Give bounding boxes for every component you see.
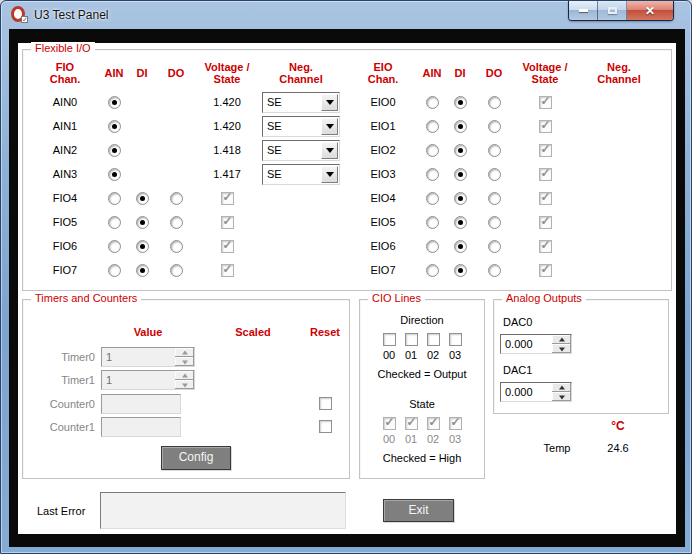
di-radio[interactable]: [454, 168, 467, 181]
ain-radio[interactable]: [108, 264, 121, 277]
io-row-label: AIN2: [53, 144, 77, 156]
di-radio[interactable]: [454, 144, 467, 157]
di-radio[interactable]: [454, 264, 467, 277]
io-column-header: Voltage / State: [522, 61, 567, 85]
di-radio[interactable]: [454, 240, 467, 253]
io-row-label: EIO6: [370, 240, 395, 252]
io-column-header: DO: [168, 67, 185, 79]
ain-radio[interactable]: [108, 192, 121, 205]
minimize-button[interactable]: [569, 1, 598, 20]
neg-channel-select[interactable]: SE: [262, 164, 340, 185]
do-radio[interactable]: [488, 120, 501, 133]
minimize-icon: [579, 9, 588, 12]
di-radio[interactable]: [136, 216, 149, 229]
voltage-value: 1.420: [213, 120, 241, 132]
config-button[interactable]: Config: [161, 446, 231, 470]
io-column-header: FIO Chan.: [50, 61, 81, 85]
io-row-label: FIO7: [53, 264, 77, 276]
do-radio[interactable]: [488, 216, 501, 229]
do-radio[interactable]: [170, 264, 183, 277]
do-radio[interactable]: [488, 144, 501, 157]
neg-channel-value: SE: [263, 168, 321, 180]
ain-radio[interactable]: [426, 96, 439, 109]
dropdown-arrow-icon[interactable]: [321, 94, 338, 111]
do-radio[interactable]: [488, 96, 501, 109]
timer-counter-row: Counter0: [23, 394, 349, 414]
cio-state-checkbox: [383, 417, 396, 430]
ain-radio[interactable]: [426, 168, 439, 181]
app-window: ✓ U3 Test Panel ✕ Flexible I/O FIO Chan.…: [0, 0, 692, 554]
ain-radio[interactable]: [108, 96, 121, 109]
di-radio[interactable]: [136, 192, 149, 205]
cio-direction-checkbox[interactable]: [405, 333, 418, 346]
do-radio[interactable]: [488, 240, 501, 253]
dac0-spinner[interactable]: 0.000: [500, 334, 572, 354]
ain-radio[interactable]: [426, 216, 439, 229]
ain-radio[interactable]: [426, 264, 439, 277]
do-radio[interactable]: [170, 216, 183, 229]
do-radio[interactable]: [170, 240, 183, 253]
spin-down-icon[interactable]: [552, 344, 571, 353]
cio-state-note: Checked = High: [360, 452, 484, 464]
title-bar[interactable]: ✓ U3 Test Panel ✕: [1, 1, 691, 29]
di-radio[interactable]: [454, 192, 467, 205]
ain-radio[interactable]: [108, 120, 121, 133]
counter-value-box: [101, 394, 181, 414]
ain-radio[interactable]: [108, 144, 121, 157]
do-radio[interactable]: [488, 168, 501, 181]
ain-radio[interactable]: [426, 192, 439, 205]
state-checkbox: [539, 96, 552, 109]
ain-radio[interactable]: [426, 144, 439, 157]
do-radio[interactable]: [170, 192, 183, 205]
state-checkbox: [539, 192, 552, 205]
voltage-value: 1.417: [213, 168, 241, 180]
neg-channel-value: SE: [263, 120, 321, 132]
io-column-header: DI: [137, 67, 148, 79]
neg-channel-select[interactable]: SE: [262, 116, 340, 137]
dropdown-arrow-icon[interactable]: [321, 118, 338, 135]
io-row-label: EIO1: [370, 120, 395, 132]
io-column-header: EIO Chan.: [368, 61, 399, 85]
di-radio[interactable]: [136, 264, 149, 277]
window-title: U3 Test Panel: [34, 8, 109, 22]
cio-direction-checkbox[interactable]: [427, 333, 440, 346]
spin-up-icon[interactable]: [552, 335, 571, 344]
dropdown-arrow-icon[interactable]: [321, 142, 338, 159]
io-column-header: DI: [455, 67, 466, 79]
fio-grid: FIO Chan.AINDIDOVoltage / StateNeg. Chan…: [29, 56, 343, 282]
counter-value-box: [101, 417, 181, 437]
ain-radio[interactable]: [108, 240, 121, 253]
cio-bit-label: 01: [405, 349, 418, 361]
di-radio[interactable]: [136, 240, 149, 253]
neg-channel-select[interactable]: SE: [262, 140, 340, 161]
state-checkbox: [221, 264, 234, 277]
ain-radio[interactable]: [108, 168, 121, 181]
cio-direction-checkbox[interactable]: [383, 333, 396, 346]
di-radio[interactable]: [454, 216, 467, 229]
exit-button[interactable]: Exit: [383, 499, 454, 522]
eio-grid: EIO Chan.AINDIDOVoltage / StateNeg. Chan…: [347, 56, 661, 282]
io-row-label: EIO4: [370, 192, 395, 204]
state-checkbox: [539, 264, 552, 277]
dac1-spinner[interactable]: 0.000: [500, 382, 572, 402]
ain-radio[interactable]: [426, 240, 439, 253]
voltage-value: 1.420: [213, 96, 241, 108]
timer-spin-buttons: [175, 348, 194, 366]
close-button[interactable]: ✕: [627, 1, 673, 20]
spin-down-icon[interactable]: [552, 392, 571, 401]
io-row-label: FIO4: [53, 192, 77, 204]
cio-direction-checkbox[interactable]: [449, 333, 462, 346]
ain-radio[interactable]: [426, 120, 439, 133]
do-radio[interactable]: [488, 192, 501, 205]
do-radio[interactable]: [488, 264, 501, 277]
dropdown-arrow-icon[interactable]: [321, 166, 338, 183]
io-row-label: EIO7: [370, 264, 395, 276]
state-checkbox: [539, 144, 552, 157]
flexible-io-caption: Flexible I/O: [31, 42, 95, 54]
neg-channel-select[interactable]: SE: [262, 92, 340, 113]
spin-up-icon[interactable]: [552, 383, 571, 392]
temperature-unit: °C: [578, 419, 658, 433]
ain-radio[interactable]: [108, 216, 121, 229]
di-radio[interactable]: [454, 96, 467, 109]
di-radio[interactable]: [454, 120, 467, 133]
